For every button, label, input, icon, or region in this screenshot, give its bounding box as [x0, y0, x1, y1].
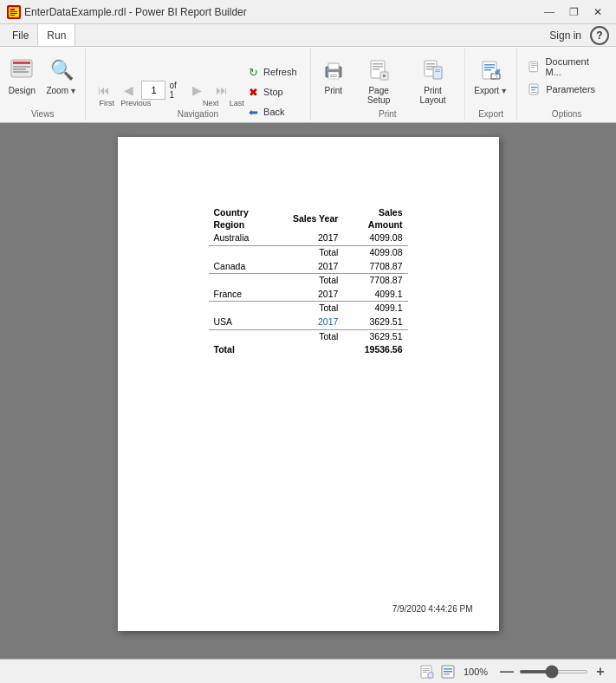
year-cell: 2017	[269, 288, 344, 302]
zoom-button[interactable]: 🔍 Zoom ▼	[42, 54, 81, 98]
app-icon	[7, 5, 21, 19]
table-row: Total 7708.87	[209, 274, 408, 288]
main-area: CountryRegion Sales Year SalesAmount Aus…	[0, 123, 616, 659]
svg-rect-14	[330, 76, 337, 77]
year-cell: Total	[269, 245, 344, 259]
title-bar-left: EnterDataExample.rdl - Power BI Report B…	[7, 5, 247, 19]
amount-cell: 4099.08	[343, 245, 407, 259]
document-map-icon	[528, 61, 540, 73]
restore-button[interactable]: ❐	[562, 3, 585, 21]
svg-rect-3	[10, 13, 17, 14]
svg-rect-1	[10, 9, 15, 10]
svg-rect-37	[531, 87, 537, 88]
export-button[interactable]: Export ▼	[470, 54, 512, 98]
signin-button[interactable]: Sign in	[541, 24, 590, 46]
svg-rect-4	[10, 15, 15, 16]
country-cell: Australia	[209, 231, 269, 245]
next-label: Next	[198, 99, 223, 107]
parameters-icon	[528, 83, 541, 95]
zoom-in-button[interactable]: +	[592, 663, 609, 680]
grand-total-amount: 19536.56	[343, 343, 407, 357]
table-row: Total 4099.08	[209, 245, 408, 259]
print-group-label: Print	[311, 109, 465, 119]
ribbon-print-group: Print Page Setup	[311, 49, 466, 120]
page-number-input[interactable]	[141, 81, 165, 100]
country-cell: Canada	[209, 260, 269, 274]
year-cell: 2017	[269, 231, 344, 245]
table-row: Australia 2017 4099.08	[209, 231, 408, 245]
print-layout-button[interactable]: Print Layout	[406, 54, 459, 107]
amount-cell: 3629.51	[343, 329, 407, 343]
svg-rect-6	[13, 62, 30, 64]
document-map-button[interactable]: Document M...	[522, 54, 611, 80]
svg-rect-25	[433, 67, 442, 79]
menu-run[interactable]: Run	[37, 24, 75, 46]
refresh-button[interactable]: ↻ Refresh	[240, 62, 303, 81]
design-button[interactable]: Design	[3, 54, 40, 98]
zoom-slider[interactable]	[519, 670, 588, 673]
zoom-controls: 100% — +	[464, 663, 609, 680]
svg-rect-34	[531, 65, 537, 66]
amount-cell: 7708.87	[343, 260, 407, 274]
svg-rect-33	[531, 63, 537, 64]
last-label: Last	[224, 99, 249, 107]
help-button[interactable]: ?	[590, 26, 609, 45]
export-icon	[477, 56, 505, 84]
report-page: CountryRegion Sales Year SalesAmount Aus…	[118, 137, 499, 631]
print-button[interactable]: Print	[316, 54, 352, 98]
svg-rect-2	[10, 11, 17, 12]
svg-rect-35	[531, 67, 535, 68]
amount-cell: 4099.08	[343, 231, 407, 245]
amount-cell: 7708.87	[343, 274, 407, 288]
year-cell[interactable]: 2017	[269, 315, 344, 329]
menu-bar: File Run Sign in ?	[0, 24, 616, 47]
header-amount: SalesAmount	[343, 206, 407, 231]
zoom-icon: 🔍	[48, 56, 75, 84]
previous-label: Previous	[120, 99, 145, 107]
minimize-button[interactable]: —	[538, 3, 561, 21]
page-setup-button[interactable]: Page Setup	[353, 54, 405, 107]
status-icon-1	[418, 663, 436, 680]
ribbon: Design 🔍 Zoom ▼ Views ⏮ ◀ of 1 ▶ ⏭	[0, 47, 616, 123]
svg-rect-39	[531, 92, 537, 93]
ribbon-export-group: Export ▼ Export	[465, 49, 517, 120]
options-buttons: Document M... Parameters	[522, 50, 611, 98]
print-icon	[320, 56, 347, 84]
year-cell: Total	[269, 329, 344, 343]
svg-rect-18	[373, 66, 383, 68]
svg-rect-31	[484, 69, 491, 71]
print-label: Print	[325, 86, 343, 95]
window-controls[interactable]: — ❐ ✕	[538, 3, 609, 21]
grand-total-empty	[269, 343, 344, 357]
options-group-label: Options	[517, 109, 616, 119]
svg-rect-29	[484, 64, 495, 66]
country-cell	[209, 329, 269, 343]
ribbon-options-group: Document M... Parameters Options	[517, 49, 616, 120]
export-group-label: Export	[465, 109, 516, 119]
svg-rect-17	[373, 63, 383, 65]
navigation-group-label: Navigation	[86, 109, 309, 119]
svg-rect-43	[423, 672, 427, 673]
table-row: Total 4099.1	[209, 302, 408, 315]
year-cell: Total	[269, 302, 344, 315]
country-cell: France	[209, 288, 269, 302]
close-button[interactable]: ✕	[587, 3, 609, 21]
year-cell: 2017	[269, 260, 344, 274]
stop-button[interactable]: ✖ Stop	[240, 82, 303, 101]
svg-rect-47	[444, 671, 452, 673]
zoom-out-button[interactable]: —	[498, 663, 515, 680]
svg-rect-8	[13, 68, 26, 70]
zoom-arrow-icon: ▼	[69, 87, 77, 95]
table-row: Canada 2017 7708.87	[209, 260, 408, 274]
stop-label: Stop	[263, 87, 283, 97]
year-cell: Total	[269, 274, 344, 288]
parameters-button[interactable]: Parameters	[522, 81, 611, 98]
status-bar: 100% — +	[0, 659, 616, 683]
design-icon	[8, 56, 36, 84]
document-map-label: Document M...	[546, 56, 605, 77]
views-group-label: Views	[0, 109, 85, 119]
svg-rect-42	[423, 670, 430, 671]
menu-file[interactable]: File	[3, 24, 37, 46]
svg-rect-26	[435, 69, 440, 70]
country-cell: USA	[209, 315, 269, 329]
